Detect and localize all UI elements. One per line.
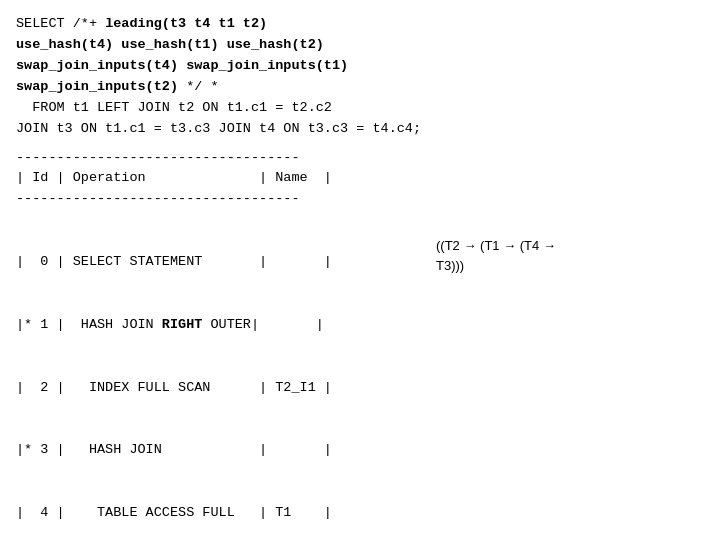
sql-line-5: FROM t1 LEFT JOIN t2 ON t1.c1 = t2.c2: [16, 98, 704, 119]
table-header: | Id | Operation | Name |: [16, 168, 704, 189]
join-order-annotation: ((T2 → (T1 → (T4 → T3))): [436, 236, 556, 276]
table-row-2: | 2 | INDEX FULL SCAN | T2_I1 |: [16, 378, 704, 399]
main-container: SELECT /*+ leading(t3 t4 t1 t2) use_hash…: [0, 0, 720, 540]
table-rows: | 0 | SELECT STATEMENT | | |* 1 | HASH J…: [16, 210, 704, 540]
sql-block: SELECT /*+ leading(t3 t4 t1 t2) use_hash…: [16, 14, 704, 140]
annotation-line-1: ((T2 → (T1 → (T4 →: [436, 236, 556, 256]
table-rows-container: | 0 | SELECT STATEMENT | | |* 1 | HASH J…: [16, 210, 704, 540]
sql-line-3: swap_join_inputs(t4) swap_join_inputs(t1…: [16, 56, 704, 77]
sql-line-1: SELECT /*+ leading(t3 t4 t1 t2): [16, 14, 704, 35]
annotation-line-2: T3))): [436, 256, 556, 276]
table-row-1: |* 1 | HASH JOIN RIGHT OUTER| |: [16, 315, 704, 336]
table-row-3: |* 3 | HASH JOIN | |: [16, 440, 704, 461]
separator-1: -----------------------------------: [16, 148, 704, 169]
table-row-0: | 0 | SELECT STATEMENT | |: [16, 252, 704, 273]
table-row-4: | 4 | TABLE ACCESS FULL | T1 |: [16, 503, 704, 524]
sql-line-6: JOIN t3 ON t1.c1 = t3.c3 JOIN t4 ON t3.c…: [16, 119, 704, 140]
separator-2: -----------------------------------: [16, 189, 704, 210]
sql-line-2: use_hash(t4) use_hash(t1) use_hash(t2): [16, 35, 704, 56]
sql-line-4: swap_join_inputs(t2) */ *: [16, 77, 704, 98]
